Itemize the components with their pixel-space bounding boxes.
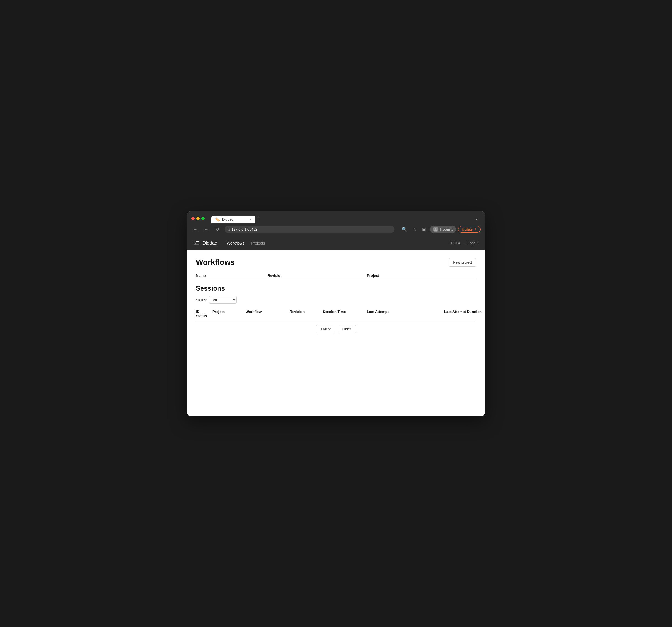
logout-label: Logout	[467, 241, 478, 245]
sidebar-button[interactable]: ▣	[421, 226, 428, 233]
minimize-button[interactable]	[196, 217, 200, 220]
tab-close-button[interactable]: ×	[249, 217, 251, 222]
nav-links: Workflows Projects	[224, 239, 268, 247]
sessions-col-workflow: Workflow	[245, 310, 290, 314]
app-logo[interactable]: 🏷 Digdag	[194, 240, 217, 247]
logo-icon: 🏷	[194, 240, 200, 247]
app-navbar: 🏷 Digdag Workflows Projects 0.10.4 → Log…	[187, 236, 485, 250]
browser-window: 🏷️ Digdag × + ⌄ ← → ↻ ℹ 127.0.0.1:65432 …	[187, 211, 485, 416]
browser-actions: 🔍 ☆ ▣ Incognito Update ⋮	[400, 226, 481, 233]
nav-link-workflows[interactable]: Workflows	[224, 239, 247, 247]
tab-spacer-right: ⌄	[347, 215, 481, 223]
bookmark-button[interactable]: ☆	[411, 226, 418, 233]
nav-link-projects[interactable]: Projects	[248, 239, 268, 247]
tab-title: Digdag	[222, 217, 247, 221]
sessions-col-last-attempt: Last Attempt	[367, 310, 444, 314]
page-content: Workflows New project Name Revision Proj…	[187, 250, 485, 416]
browser-titlebar: 🏷️ Digdag × + ⌄	[187, 211, 485, 223]
latest-button[interactable]: Latest	[316, 325, 335, 333]
window-menu-button[interactable]: ⌄	[473, 215, 481, 222]
workflows-col-revision: Revision	[268, 274, 367, 278]
workflows-col-project: Project	[367, 274, 476, 278]
active-tab[interactable]: 🏷️ Digdag ×	[211, 216, 256, 223]
incognito-label: Incognito	[440, 227, 454, 231]
sessions-col-last-attempt-duration: Last Attempt Duration	[444, 310, 483, 314]
close-button[interactable]	[191, 217, 195, 220]
workflows-table-header: Name Revision Project	[196, 271, 476, 280]
pagination-row: Latest Older	[196, 325, 476, 333]
workflows-col-name: Name	[196, 274, 268, 278]
update-button[interactable]: Update ⋮	[458, 226, 481, 233]
tab-bar: 🏷️ Digdag × +	[211, 214, 345, 223]
new-project-button[interactable]: New project	[449, 258, 476, 267]
sessions-section-title: Sessions	[196, 284, 476, 292]
update-label: Update	[462, 227, 473, 231]
app-version: 0.10.4	[450, 241, 460, 245]
refresh-button[interactable]: ↻	[214, 226, 221, 233]
status-select[interactable]: All Running Success Error	[209, 296, 237, 304]
tab-favicon: 🏷️	[215, 217, 220, 222]
app-name: Digdag	[202, 241, 217, 246]
page-title: Workflows	[196, 258, 235, 267]
workflows-page-header: Workflows New project	[196, 258, 476, 267]
browser-controls-row: 🏷️ Digdag × + ⌄	[191, 214, 481, 223]
sessions-col-status: Status	[196, 314, 212, 318]
sessions-col-id: ID	[196, 310, 212, 314]
search-button[interactable]: 🔍	[400, 226, 409, 233]
new-tab-button[interactable]: +	[256, 214, 263, 222]
forward-button[interactable]: →	[202, 226, 210, 233]
sessions-table-header: ID Project Workflow Revision Session Tim…	[196, 307, 476, 320]
logout-link[interactable]: → Logout	[463, 241, 478, 245]
address-bar[interactable]: ℹ 127.0.0.1:65432	[224, 226, 394, 233]
sessions-col-revision: Revision	[290, 310, 323, 314]
incognito-avatar	[433, 227, 438, 232]
older-button[interactable]: Older	[338, 325, 356, 333]
back-button[interactable]: ←	[191, 226, 199, 233]
traffic-lights	[191, 217, 205, 220]
address-bar-row: ← → ↻ ℹ 127.0.0.1:65432 🔍 ☆ ▣ Incognito …	[187, 223, 485, 236]
status-row: Status: All Running Success Error	[196, 296, 476, 304]
logout-icon: →	[463, 241, 466, 245]
update-menu-icon: ⋮	[474, 227, 477, 231]
incognito-badge: Incognito	[430, 226, 456, 233]
app-content: 🏷 Digdag Workflows Projects 0.10.4 → Log…	[187, 236, 485, 416]
sessions-col-session-time: Session Time	[323, 310, 367, 314]
nav-right: 0.10.4 → Logout	[450, 241, 478, 245]
maximize-button[interactable]	[201, 217, 205, 220]
status-label: Status:	[196, 298, 207, 302]
sessions-col-project: Project	[212, 310, 245, 314]
address-info-icon: ℹ	[229, 227, 230, 231]
address-bar-url: 127.0.0.1:65432	[232, 227, 257, 231]
